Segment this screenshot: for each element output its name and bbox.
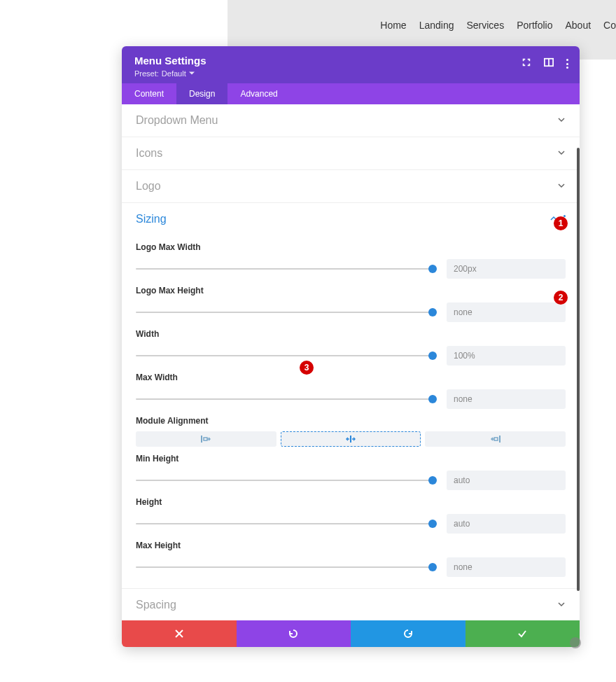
max-height-label: Max Height (136, 541, 566, 550)
nav-home[interactable]: Home (380, 20, 406, 31)
floating-handle[interactable] (570, 637, 581, 648)
panel-title: Menu Settings (134, 55, 567, 67)
logo-max-width-input[interactable] (447, 259, 566, 279)
align-center-icon (346, 436, 356, 443)
undo-button[interactable] (237, 620, 351, 647)
svg-rect-2 (201, 436, 202, 443)
redo-button[interactable] (351, 620, 465, 647)
min-height-input[interactable] (447, 471, 566, 490)
max-width-input[interactable] (447, 389, 566, 409)
nav-services[interactable]: Services (466, 20, 504, 31)
preset-selector[interactable]: Preset: Default (134, 69, 567, 78)
align-right-button[interactable] (425, 431, 566, 447)
chevron-down-icon (557, 147, 566, 160)
columns-icon[interactable] (544, 57, 554, 70)
width-slider[interactable] (136, 351, 433, 361)
min-height-label: Min Height (136, 454, 566, 464)
panel-header: Menu Settings Preset: Default (122, 46, 580, 83)
annotation-marker-2: 2 (554, 291, 568, 305)
annotation-marker-3: 3 (300, 361, 314, 375)
max-height-slider[interactable] (136, 562, 433, 572)
height-slider[interactable] (136, 519, 433, 529)
redo-icon (403, 629, 413, 639)
max-width-label: Max Width (136, 373, 566, 382)
tab-content[interactable]: Content (122, 83, 176, 104)
align-right-icon (491, 436, 500, 443)
logo-max-width-label: Logo Max Width (136, 242, 566, 252)
section-icons[interactable]: Icons (122, 137, 580, 169)
tab-advanced[interactable]: Advanced (227, 83, 290, 104)
nav-portfolio[interactable]: Portfolio (517, 20, 552, 31)
save-button[interactable] (465, 620, 580, 647)
check-icon (517, 629, 527, 639)
more-icon[interactable] (566, 59, 568, 69)
section-logo[interactable]: Logo (122, 170, 580, 202)
align-left-button[interactable] (136, 431, 276, 447)
align-center-button[interactable] (281, 431, 421, 447)
logo-max-height-label: Logo Max Height (136, 286, 566, 295)
section-dropdown-menu[interactable]: Dropdown Menu (122, 104, 580, 137)
width-label: Width (136, 329, 566, 339)
chevron-down-icon (557, 599, 566, 611)
nav-contact[interactable]: Co (603, 20, 616, 31)
align-left-icon (201, 436, 211, 443)
panel-body: Dropdown Menu Icons Logo Sizing (122, 104, 580, 620)
tab-design[interactable]: Design (176, 83, 227, 104)
caret-down-icon (189, 71, 195, 76)
svg-rect-3 (350, 436, 351, 443)
scrollbar[interactable] (577, 148, 580, 591)
max-height-input[interactable] (447, 557, 566, 577)
svg-rect-4 (499, 436, 500, 443)
site-navigation: Home Landing Services Portfolio About Co (380, 20, 616, 31)
max-width-slider[interactable] (136, 394, 433, 404)
undo-icon (288, 629, 298, 639)
expand-icon[interactable] (522, 57, 531, 70)
settings-panel: Menu Settings Preset: Default Content De… (122, 46, 580, 647)
panel-footer (122, 620, 580, 647)
height-label: Height (136, 497, 566, 507)
chevron-down-icon (557, 180, 566, 193)
cancel-button[interactable] (122, 620, 237, 647)
logo-max-height-input[interactable] (447, 302, 566, 322)
nav-landing[interactable]: Landing (419, 20, 454, 31)
width-input[interactable] (447, 346, 566, 366)
logo-max-width-slider[interactable] (136, 264, 433, 274)
panel-tabs: Content Design Advanced (122, 83, 580, 104)
section-spacing[interactable]: Spacing (122, 589, 580, 620)
chevron-down-icon (557, 114, 566, 127)
section-sizing[interactable]: Sizing (122, 203, 580, 235)
module-alignment-label: Module Alignment (136, 416, 566, 426)
nav-about[interactable]: About (566, 20, 592, 31)
close-icon (174, 629, 184, 639)
annotation-marker-1: 1 (554, 216, 568, 230)
height-input[interactable] (447, 514, 566, 534)
logo-max-height-slider[interactable] (136, 307, 433, 317)
min-height-slider[interactable] (136, 475, 433, 485)
